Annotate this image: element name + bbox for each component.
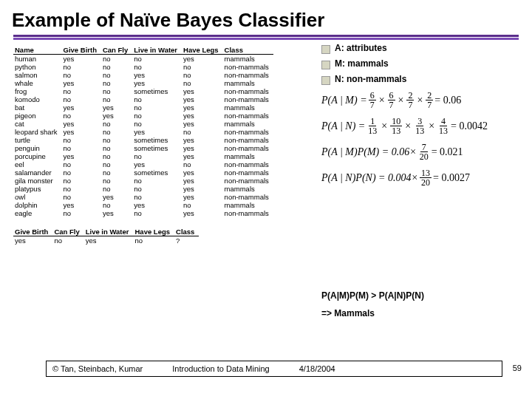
cell: no (182, 79, 223, 87)
cell: pigeon (13, 112, 62, 120)
cell: whale (13, 79, 62, 87)
column-header: Live in Water (132, 46, 182, 55)
cell: no (101, 79, 132, 87)
cell: yes (132, 79, 182, 87)
cell: salmon (13, 71, 62, 79)
legend-m-text: M: mammals (335, 58, 389, 69)
column-header: Class (223, 46, 273, 55)
table-row: owlnoyesnoyesnon-mammals (13, 193, 273, 201)
cell: no (62, 112, 101, 120)
column-header: Name (13, 46, 62, 55)
cell: yes (101, 103, 132, 112)
cell: yes (62, 103, 101, 112)
cell: no (62, 144, 101, 152)
cell: no (132, 177, 182, 185)
cell: yes (182, 87, 223, 95)
formula-post-m: P(A | M)P(M) = 0.06×720 = 0.021 (321, 143, 528, 161)
cell: no (101, 55, 132, 64)
column-header: Give Birth (62, 46, 101, 55)
legend-a-text: A: attributes (335, 43, 387, 53)
cell: yes (62, 201, 101, 209)
cell: owl (13, 193, 62, 201)
cell: eagle (13, 209, 62, 217)
cell: no (101, 201, 132, 209)
bullet-icon (321, 45, 330, 54)
table-row: catyesnonoyesmammals (13, 120, 273, 128)
table-row: salamandernonosometimesyesnon-mammals (13, 168, 273, 177)
cell: yes (101, 193, 132, 201)
cell: no (62, 185, 101, 193)
table-row: gila monsternononoyesnon-mammals (13, 177, 273, 185)
cell: no (62, 136, 101, 144)
cell: no (101, 144, 132, 152)
cell: yes (132, 71, 182, 79)
cell: eel (13, 160, 62, 168)
column-header: Can Fly (52, 228, 83, 236)
column-header: Can Fly (101, 46, 132, 55)
training-table: NameGive BirthCan FlyLive in WaterHave L… (13, 46, 273, 217)
cell: leopard shark (13, 128, 62, 136)
cell: python (13, 63, 62, 71)
cell: no (62, 193, 101, 201)
cell: yes (182, 177, 223, 185)
footer-copyright: © Tan, Steinbach, Kumar (52, 364, 143, 373)
bullet-icon (321, 61, 330, 69)
cell: sometimes (132, 144, 182, 152)
cell: yes (132, 201, 182, 209)
cell: mammals (223, 185, 273, 193)
cell: no (132, 120, 182, 128)
cell: komodo (13, 95, 62, 103)
conclusion-result: => Mammals (321, 304, 424, 322)
table-row: turtlenonosometimesyesnon-mammals (13, 136, 273, 144)
cell: non-mammals (223, 71, 273, 79)
cell: mammals (223, 152, 273, 160)
column-header: Have Legs (182, 46, 223, 55)
cell: ? (174, 236, 199, 245)
cell: non-mammals (223, 168, 273, 177)
cell: yes (182, 152, 223, 160)
cell: non-mammals (223, 177, 273, 185)
legend-attributes: A: attributes (321, 43, 528, 54)
conclusion-block: P(A|M)P(M) > P(A|N)P(N) => Mammals (321, 287, 424, 322)
table-row: humanyesnonoyesmammals (13, 55, 273, 64)
cell: no (132, 185, 182, 193)
cell: mammals (223, 55, 273, 64)
cell: yes (13, 236, 52, 245)
cell: no (132, 112, 182, 120)
cell: yes (182, 144, 223, 152)
cell: no (101, 63, 132, 71)
cell: yes (182, 95, 223, 103)
legend-nonmammals: N: non-mammals (321, 74, 528, 85)
table-row: batyesyesnoyesmammals (13, 103, 273, 112)
cell: no (132, 95, 182, 103)
cell: frog (13, 87, 62, 95)
cell: bat (13, 103, 62, 112)
cell: no (132, 55, 182, 64)
cell: yes (101, 209, 132, 217)
cell: non-mammals (223, 128, 273, 136)
formula-p-a-n: P(A | N) = 113×1013×313×413 = 0.0042 (321, 117, 528, 135)
cell: no (182, 128, 223, 136)
table-row: dolphinyesnoyesnomammals (13, 201, 273, 209)
cell: yes (182, 185, 223, 193)
cell: salamander (13, 168, 62, 177)
cell: non-mammals (223, 209, 273, 217)
cell: non-mammals (223, 193, 273, 201)
cell: yes (101, 112, 132, 120)
footer: © Tan, Steinbach, Kumar Introduction to … (46, 361, 502, 377)
cell: platypus (13, 185, 62, 193)
cell: non-mammals (223, 160, 273, 168)
cell: mammals (223, 103, 273, 112)
cell: no (132, 209, 182, 217)
table-row: penguinnonosometimesyesnon-mammals (13, 144, 273, 152)
table-row: leopard sharkyesnoyesnonon-mammals (13, 128, 273, 136)
cell: gila monster (13, 177, 62, 185)
cell: non-mammals (223, 144, 273, 152)
cell: no (101, 152, 132, 160)
table-row: whaleyesnoyesnomammals (13, 79, 273, 87)
title-rule-1 (13, 35, 519, 37)
cell: no (62, 87, 101, 95)
table-row: platypusnononoyesmammals (13, 185, 273, 193)
cell: porcupine (13, 152, 62, 160)
cell: non-mammals (223, 87, 273, 95)
